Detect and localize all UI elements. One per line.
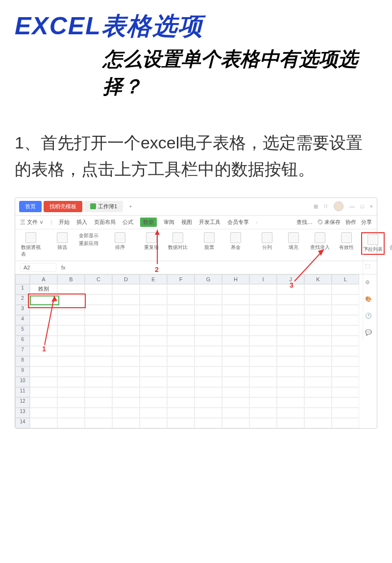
menu-layout[interactable]: 页面布局 [94,219,116,226]
clock-icon[interactable]: 🕐 [365,313,373,320]
col-header[interactable]: H [222,274,249,284]
chat-icon[interactable]: 💬 [365,329,373,337]
right-sidebar: ↖ ⬚ ⚙ 🎨 🕐 💬 [363,242,375,341]
row-header[interactable]: 14 [15,418,30,428]
close-button[interactable]: × [370,203,373,209]
col-header[interactable]: L [332,274,359,284]
tool-fund[interactable]: 基金 [224,232,247,251]
col-header[interactable]: A [30,274,57,284]
tool-showall[interactable]: 全部显示重新应用 [77,232,100,247]
menu-member[interactable]: 会员专享 [227,219,249,226]
tool-merge[interactable]: 合并计算 [388,232,392,251]
row-header[interactable]: 4 [15,315,30,325]
tool-filter[interactable]: 筛选 [50,232,74,251]
share-button[interactable]: 分享 [361,219,372,226]
menu-bar: 三 文件 ∨ | 开始 插入 页面布局 公式 数据 审阅 视图 开发工具 会员专… [15,216,377,229]
col-header[interactable]: B [57,274,85,284]
cell-a2-selected[interactable] [30,295,59,305]
avatar[interactable] [334,201,343,211]
more-icon[interactable]: ⁝⁝ [324,203,328,210]
cursor-icon[interactable]: ↖ [365,246,373,254]
excel-screenshot: 首页 找稻壳模板 工作簿1 + ⊞ ⁝⁝ — □ × 三 文件 ∨ | 开始 插… [15,197,377,429]
page-title: EXCEL表格选项 [15,10,377,43]
spreadsheet-grid[interactable]: A B C D E F G H I J K L 1姓别 2 3 4 5 6 7 … [15,274,377,428]
palette-icon[interactable]: 🎨 [365,296,373,304]
tool-dup[interactable]: 重复项 [140,232,163,251]
window-tabs: 首页 找稻壳模板 工作簿1 + ⊞ ⁝⁝ — □ × [15,198,377,216]
col-header[interactable]: K [304,274,332,284]
row-header[interactable]: 6 [15,336,30,346]
step-text: 1、首先打开一个excel电子表格，选定需要设置的表格，点击上方工具栏中的数据按… [15,129,377,183]
workbook-icon [90,203,96,209]
tab-workbook[interactable]: 工作簿1 [84,201,123,212]
tool-valid[interactable]: 有效性 [335,232,358,251]
cell-a1[interactable]: 姓别 [30,284,57,294]
settings-icon[interactable]: ⚙ [365,279,373,287]
row-header[interactable]: 10 [15,377,30,387]
col-header[interactable]: D [112,274,140,284]
col-header[interactable]: F [167,274,195,284]
col-header[interactable]: I [249,274,277,284]
row-header[interactable]: 13 [15,408,30,418]
tool-pivot[interactable]: 数据透视表 [19,232,43,258]
tool-sort[interactable]: 排序 [108,232,132,251]
tool-lookup[interactable]: 查找录入 [308,232,332,251]
file-menu[interactable]: 三 文件 ∨ [20,219,44,226]
grid-icon[interactable]: ⊞ [314,203,318,210]
annotation-1: 1 [42,345,46,353]
minimize-button[interactable]: — [349,203,355,209]
page-subtitle: 怎么设置单个表格中有选项选择？ [103,45,377,100]
menu-start[interactable]: 开始 [59,219,70,226]
row-header[interactable]: 12 [15,397,30,408]
window-controls: ⊞ ⁝⁝ — □ × [314,201,373,211]
menu-review[interactable]: 审阅 [164,219,174,226]
row-header[interactable]: 8 [15,356,30,367]
maximize-button[interactable]: □ [361,203,364,209]
menu-view[interactable]: 视图 [181,219,192,226]
corner-cell[interactable] [15,274,30,284]
unsaved-status[interactable]: ◎ 未保存 [318,219,341,226]
menu-formula[interactable]: 公式 [122,219,133,226]
tool-fill[interactable]: 填充 [282,232,305,251]
annotation-3: 3 [290,281,294,289]
row-header[interactable]: 9 [15,367,30,377]
menu-devtools[interactable]: 开发工具 [199,219,220,226]
collab-button[interactable]: 协作 [345,219,356,226]
row-header[interactable]: 7 [15,346,30,356]
tool-split[interactable]: 分列 [255,232,279,251]
tab-template[interactable]: 找稻壳模板 [44,201,82,212]
tab-home[interactable]: 首页 [19,201,42,212]
row-header[interactable]: 1 [15,284,30,294]
tab-add[interactable]: + [125,203,136,209]
annotation-2: 2 [155,266,159,273]
col-header[interactable]: E [140,274,167,284]
fx-icon[interactable]: fx [61,265,66,270]
menu-insert[interactable]: 插入 [76,219,87,226]
col-header[interactable]: G [195,274,222,284]
tool-compare[interactable]: 数据对比 [166,232,190,251]
menu-data[interactable]: 数据 [140,218,157,227]
col-header[interactable]: C [85,274,112,284]
formula-bar: A2 fx [15,261,377,274]
tool-stock[interactable]: 股票 [197,232,221,251]
ribbon-toolbar: 数据透视表 筛选 全部显示重新应用 排序 重复项 数据对比 股票 基金 分列 填… [15,229,377,261]
row-header[interactable]: 11 [15,387,30,397]
row-header[interactable]: 5 [15,325,30,336]
search-hint[interactable]: 查找… [296,219,313,226]
cell-reference[interactable]: A2 [20,263,56,272]
select-icon[interactable]: ⬚ [365,263,373,270]
